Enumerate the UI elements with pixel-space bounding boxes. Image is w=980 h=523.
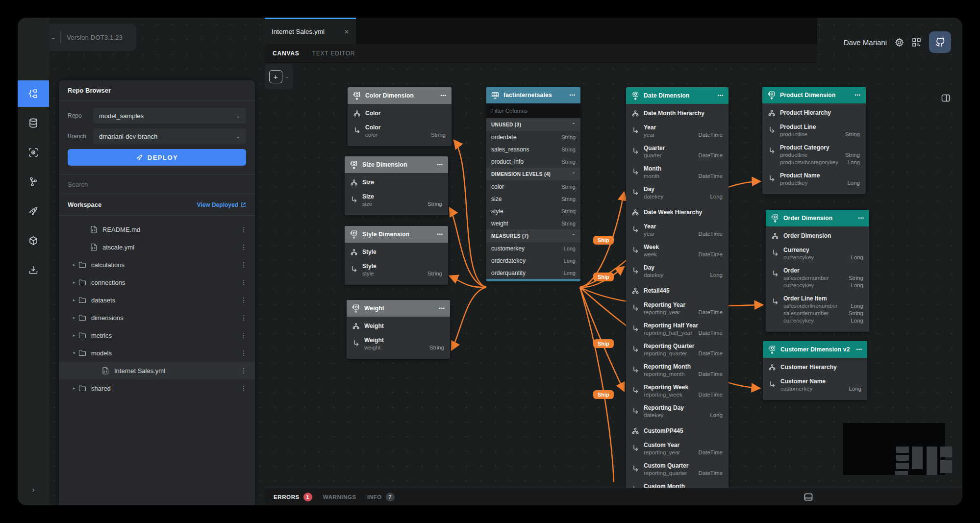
fact-column-row[interactable]: orderdateString [486,131,580,143]
fact-column-row[interactable]: product_infoString [486,155,580,168]
level-row[interactable]: Reporting Weekreporting_weekDateTime [626,381,729,402]
fact-section-header[interactable]: MEASURES (7)⌃ [486,229,580,242]
level-row[interactable]: DaydatekeyLong [626,183,729,204]
level-row[interactable]: SizesizeString [345,191,448,211]
close-tab-icon[interactable]: ✕ [344,28,349,35]
hierarchy-row[interactable]: CustomPP445 [626,423,729,439]
add-node-button[interactable]: + [269,70,282,83]
node-menu-icon[interactable]: ••• [718,93,724,98]
relationship-edge[interactable] [452,287,486,350]
hierarchy-row[interactable]: Weight [347,318,450,334]
canvas-node-weight[interactable]: Weight•••WeightWeightweightString [347,300,450,359]
ship-relationship-badge[interactable]: Ship [593,390,614,399]
tree-item-connections[interactable]: ▸connections⋮ [59,274,255,291]
tree-item-atscale-yml[interactable]: atscale.yml⋮ [59,238,255,256]
bottom-panel-toggle-icon[interactable] [804,493,813,501]
tree-item-menu-icon[interactable]: ⋮ [240,261,247,269]
node-menu-icon[interactable]: ••• [856,347,862,352]
canvas-minimap[interactable] [843,423,945,475]
tree-item-calculations[interactable]: ▸calculations⋮ [59,256,255,274]
tree-item-menu-icon[interactable]: ⋮ [240,278,247,286]
level-row[interactable]: ColorcolorString [348,122,452,142]
tree-item-metrics[interactable]: ▸metrics⋮ [59,326,255,344]
tree-item-models[interactable]: ▾models⋮ [59,344,255,362]
tree-item-datasets[interactable]: ▸datasets⋮ [59,291,255,309]
tree-item-menu-icon[interactable]: ⋮ [240,243,247,251]
tree-caret-icon[interactable]: ▸ [71,315,77,320]
hierarchy-row[interactable]: Size [345,174,448,191]
level-row[interactable]: QuarterquarterDateTime [626,142,729,163]
hierarchy-row[interactable]: Style [345,244,448,260]
tree-item-menu-icon[interactable]: ⋮ [240,367,247,374]
fact-column-row[interactable]: styleString [486,205,580,217]
tab-canvas[interactable]: CANVAS [273,50,300,57]
fact-section-header[interactable]: UNUSED (3)⌃ [486,118,580,131]
level-row[interactable]: Product CategoryproductlineStringproduct… [762,142,866,170]
node-menu-icon[interactable]: ••• [570,93,576,98]
canvas-node-customer[interactable]: Customer Dimension v2•••Customer Hierarc… [763,341,867,400]
hierarchy-row[interactable]: Date Month Hierarchy [626,105,729,122]
filter-columns-input[interactable] [491,108,576,114]
hierarchy-row[interactable]: Color [348,105,452,122]
rail-download-icon[interactable] [18,257,49,283]
tree-caret-icon[interactable]: ▸ [71,386,77,391]
canvas-node-size[interactable]: Size Dimension•••SizeSizesizeString [345,156,448,215]
tree-caret-icon[interactable]: ▸ [71,298,77,302]
tree-item-menu-icon[interactable]: ⋮ [240,314,247,322]
hierarchy-row[interactable]: Order Dimension [766,227,869,244]
info-status[interactable]: INFO 7 [367,493,395,501]
relationship-edge[interactable] [450,208,486,287]
level-row[interactable]: StylestyleString [345,260,448,281]
node-menu-icon[interactable]: ••• [855,93,861,98]
tree-item-menu-icon[interactable]: ⋮ [240,384,247,392]
fact-column-row[interactable]: sales_reasonsString [486,143,580,155]
level-row[interactable]: Product NameproductkeyLong [762,170,866,190]
level-row[interactable]: Custom Yearreporting_yearDateTime [626,439,729,460]
tree-item-internet-sales-yml[interactable]: Internet Sales.yml⋮ [59,362,255,379]
errors-status[interactable]: ERRORS 1 [274,493,312,501]
level-row[interactable]: Reporting Yearreporting_yearDateTime [626,299,729,320]
node-menu-icon[interactable]: ••• [439,306,445,311]
file-tab[interactable]: Internet Sales.yml ✕ [265,18,356,44]
repo-select[interactable]: model_samples ⌄ [93,108,246,124]
level-row[interactable]: Custom Quarterreporting_quarterDateTime [626,460,729,480]
workspace-search[interactable] [59,174,255,194]
collapse-section-icon[interactable]: ⌃ [572,122,576,127]
tree-item-menu-icon[interactable]: ⋮ [240,296,247,304]
search-input[interactable] [68,181,246,188]
node-menu-icon[interactable]: ••• [441,93,447,98]
level-row[interactable]: WeightweightString [347,334,450,355]
rail-package-icon[interactable] [18,227,49,254]
collapse-section-icon[interactable]: ⌃ [572,233,576,238]
ship-relationship-badge[interactable]: Ship [593,339,614,348]
level-row[interactable]: Order Line ItemsalesorderlinenumberLongs… [766,293,869,328]
tree-caret-icon[interactable]: ▸ [71,280,77,285]
node-menu-icon[interactable]: ••• [437,232,443,237]
tree-item-dimensions[interactable]: ▸dimensions⋮ [59,309,255,326]
rail-catalog-scan-icon[interactable] [18,139,49,166]
canvas-node-order[interactable]: Order Dimension•••Order DimensionCurrenc… [766,210,869,332]
tab-text-editor[interactable]: TEXT EDITOR [312,50,355,57]
level-row[interactable]: Reporting Quarterreporting_quarterDateTi… [626,340,729,361]
level-row[interactable]: DaydatekeyLong [626,262,729,282]
level-row[interactable]: CurrencycurrencykeyLong [766,244,869,265]
level-row[interactable]: WeekweekDateTime [626,241,729,262]
settings-gear-icon[interactable] [895,38,904,47]
org-switcher-chevron-icon[interactable]: ⌄ [51,34,55,41]
level-row[interactable]: YearyearDateTime [626,221,729,241]
hierarchy-row[interactable]: Customer Hierarchy [763,359,867,375]
canvas-node-product[interactable]: Product Dimension•••Product HierarchyPro… [762,87,866,194]
tree-item-menu-icon[interactable]: ⋮ [240,331,247,339]
hierarchy-row[interactable]: Retail445 [626,282,729,299]
view-deployed-link[interactable]: View Deployed [197,201,246,208]
rail-model-designer-icon[interactable] [18,80,49,107]
level-row[interactable]: MonthmonthDateTime [626,163,729,183]
ship-relationship-badge[interactable]: Ship [593,273,614,281]
tree-item-shared[interactable]: ▸shared⋮ [59,379,255,397]
hierarchy-row[interactable]: Date Week Hierarchy [626,204,729,221]
branch-select[interactable]: dmariani-dev-branch ⌄ [93,128,246,144]
rail-database-icon[interactable] [18,110,49,136]
canvas-node-date[interactable]: Date Dimension•••Date Month HierarchyYea… [626,87,729,505]
tree-item-menu-icon[interactable]: ⋮ [240,225,247,233]
add-node-chevron-icon[interactable]: ⌄ [285,74,289,79]
